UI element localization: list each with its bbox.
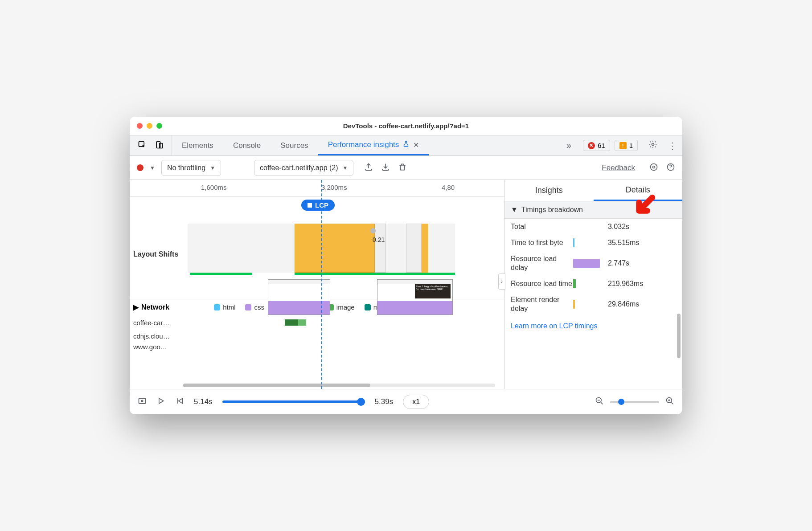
metric-label: Element render delay <box>511 295 573 313</box>
metric-label: Time to first byte <box>511 238 573 247</box>
zoom-out-icon[interactable] <box>595 396 604 407</box>
metric-bar <box>573 279 604 288</box>
metric-value: 2.747s <box>608 259 629 267</box>
speed-select[interactable]: x1 <box>403 395 429 409</box>
network-row[interactable]: coffee-car… <box>133 316 504 329</box>
cls-marker[interactable] <box>370 228 376 233</box>
metrics-list: Total3.032sTime to first byte35.515msRes… <box>504 219 682 317</box>
svg-point-4 <box>651 163 657 170</box>
network-header[interactable]: ▶ Network <box>133 303 169 311</box>
feedback-link[interactable]: Feedback <box>602 163 635 172</box>
metric-bar <box>573 259 604 268</box>
current-time: 5.14s <box>194 397 213 406</box>
chevron-down-icon: ▼ <box>511 206 518 214</box>
metric-row: Resource load delay2.747s <box>511 254 676 272</box>
timeline-panel: 1,600ms 3,200ms 4,80 LCP 0.21 Layout Shi… <box>130 180 504 389</box>
svg-point-3 <box>652 143 654 146</box>
layout-shifts-label: Layout Shifts <box>133 250 178 258</box>
panel-tabs: Elements Console Sources Performance ins… <box>130 135 682 156</box>
cls-value: 0.21 <box>373 236 385 243</box>
panel-settings-icon[interactable] <box>649 163 658 173</box>
flame-block[interactable] <box>295 224 375 273</box>
maximize-window-icon[interactable] <box>156 123 162 129</box>
titlebar: DevTools - coffee-cart.netlify.app/?ad=1 <box>130 117 682 135</box>
metric-label: Resource load time <box>511 279 573 288</box>
playhead-line[interactable] <box>321 180 322 389</box>
learn-more-row: Learn more on LCP timings <box>504 317 682 335</box>
zoom-in-icon[interactable] <box>665 396 674 407</box>
throttle-select[interactable]: No throttling▼ <box>161 160 221 176</box>
skip-back-icon[interactable] <box>175 396 184 407</box>
errors-badge[interactable]: ✕61 <box>583 140 610 151</box>
svg-point-8 <box>141 400 143 401</box>
help-icon[interactable] <box>666 163 675 173</box>
svg-rect-7 <box>139 398 146 404</box>
close-tab-icon[interactable]: ✕ <box>413 141 419 149</box>
metric-label: Total <box>511 222 573 231</box>
layout-shift-bar[interactable] <box>295 273 455 275</box>
metric-row: Total3.032s <box>511 222 676 231</box>
metric-value: 219.963ms <box>608 280 643 288</box>
kebab-menu-icon[interactable]: ⋮ <box>663 140 682 151</box>
tab-sources[interactable]: Sources <box>271 135 318 155</box>
details-panel: › Insights Details ▼ Timings breakdown T… <box>504 180 682 389</box>
lcp-marker[interactable]: LCP <box>301 200 335 211</box>
metric-row: Time to first byte35.515ms <box>511 238 676 247</box>
flame-block[interactable] <box>375 224 386 273</box>
metric-value: 29.846ms <box>608 300 639 308</box>
metric-label: Resource load delay <box>511 254 573 272</box>
metric-value: 3.032s <box>608 223 629 231</box>
export-icon[interactable] <box>364 163 373 173</box>
tab-elements[interactable]: Elements <box>172 135 223 155</box>
network-row[interactable]: cdnjs.clou… <box>133 329 504 343</box>
more-tabs-icon[interactable]: » <box>560 140 578 151</box>
record-button[interactable] <box>137 164 144 171</box>
screenshot-thumb[interactable]: Free 1 bag of coffee beans for purchase … <box>377 279 453 315</box>
record-dropdown-icon[interactable]: ▼ <box>150 165 155 171</box>
total-time: 5.39s <box>375 397 394 406</box>
annotation-arrow-icon <box>632 193 656 220</box>
metric-value: 35.515ms <box>608 239 639 247</box>
metric-row: Resource load time219.963ms <box>511 279 676 288</box>
timeline-ruler[interactable]: 1,600ms 3,200ms 4,80 <box>130 180 504 197</box>
close-window-icon[interactable] <box>137 123 143 129</box>
preview-icon[interactable] <box>138 396 147 407</box>
horizontal-scrollbar[interactable] <box>183 384 495 387</box>
tick-label: 1,600ms <box>201 184 227 191</box>
settings-icon[interactable] <box>643 140 663 151</box>
import-icon[interactable] <box>381 163 390 173</box>
devtools-window: DevTools - coffee-cart.netlify.app/?ad=1… <box>130 117 682 414</box>
main-content: 1,600ms 3,200ms 4,80 LCP 0.21 Layout Shi… <box>130 180 682 389</box>
tab-console[interactable]: Console <box>223 135 271 155</box>
tab-performance-insights[interactable]: Performance insights ✕ <box>318 135 429 155</box>
collapse-panel-icon[interactable]: › <box>498 274 505 290</box>
warnings-badge[interactable]: !1 <box>615 140 638 151</box>
zoom-slider[interactable] <box>610 401 659 403</box>
learn-more-link[interactable]: Learn more on LCP timings <box>511 322 597 330</box>
metric-row: Element render delay29.846ms <box>511 295 676 313</box>
flask-icon <box>402 140 410 150</box>
tab-insights[interactable]: Insights <box>504 180 594 201</box>
vertical-scrollbar[interactable] <box>677 314 681 358</box>
layout-shift-bar[interactable] <box>190 273 252 275</box>
delete-icon[interactable] <box>398 163 407 173</box>
playback-footer: 5.14s 5.39s x1 <box>130 389 682 414</box>
metric-bar <box>573 238 604 247</box>
screenshot-thumb[interactable] <box>268 279 330 315</box>
flame-chart[interactable]: 0.21 Layout Shifts Free 1 bag of coffee … <box>130 197 504 299</box>
insights-toolbar: ▼ No throttling▼ coffee-cart.netlify.app… <box>130 156 682 180</box>
window-title: DevTools - coffee-cart.netlify.app/?ad=1 <box>130 122 682 130</box>
network-row[interactable]: www.goo… <box>133 343 504 351</box>
tick-label: 4,80 <box>442 184 455 191</box>
page-select[interactable]: coffee-cart.netlify.app (2)▼ <box>254 160 353 176</box>
minimize-window-icon[interactable] <box>147 123 152 129</box>
metric-bar <box>573 300 604 309</box>
svg-point-5 <box>653 166 655 168</box>
playback-slider[interactable] <box>222 400 365 403</box>
traffic-lights <box>130 123 162 129</box>
device-toolbar-icon[interactable] <box>155 140 164 151</box>
play-icon[interactable] <box>156 396 165 407</box>
tick-label: 3,200ms <box>321 184 347 191</box>
inspect-element-icon[interactable] <box>138 140 147 151</box>
